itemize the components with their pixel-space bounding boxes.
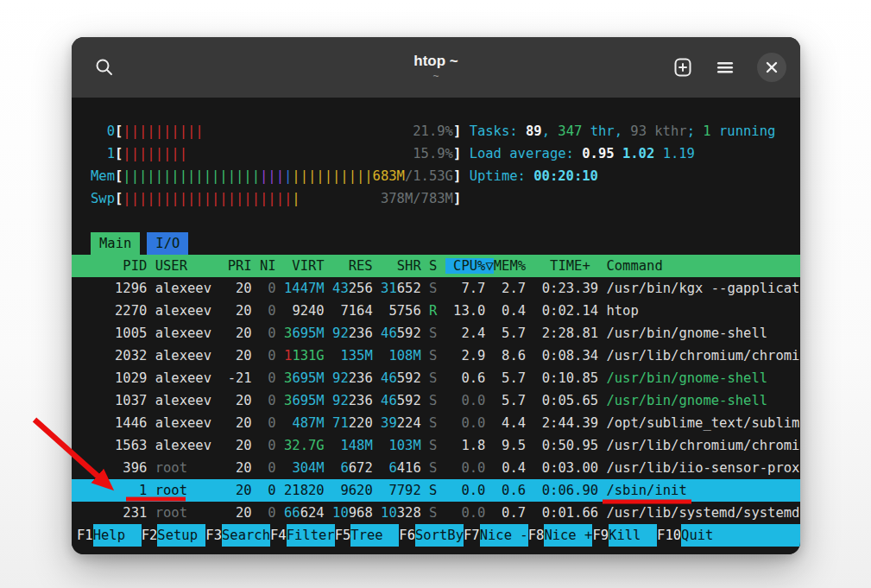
- fkey-f1-help[interactable]: F1Help: [77, 524, 142, 547]
- fkey-f3-search[interactable]: F3Search: [205, 524, 270, 547]
- fkey-f4-filter[interactable]: F4Filter: [270, 524, 335, 547]
- tab-io[interactable]: I/O: [147, 232, 188, 255]
- meter-0: 0[||||||||||21.9%] Tasks: 89, 347 thr, 9…: [91, 120, 800, 142]
- meter-mem: Mem[|||||||||||||||||||||||||||||||683M/…: [91, 165, 800, 187]
- column-cpu-sort[interactable]: CPU%▽: [445, 258, 494, 274]
- titlebar-buttons: [672, 53, 800, 82]
- terminal: 0[||||||||||21.9%] Tasks: 89, 347 thr, 9…: [72, 98, 800, 554]
- fkey-f10-quit[interactable]: F10Quit: [657, 524, 800, 547]
- close-button[interactable]: [757, 53, 786, 82]
- process-row-selected[interactable]: 1 root 20 0 21820 9620 7792 S 0.0 0.6 0:…: [72, 479, 800, 502]
- fkey-f7-nice[interactable]: F7Nice -: [464, 524, 528, 547]
- function-key-bar: F1Help F2Setup F3SearchF4FilterF5Tree F6…: [72, 524, 800, 547]
- meter-bars: ||||||||15.9%: [123, 142, 453, 165]
- menu-button[interactable]: [716, 58, 735, 77]
- screen-tabs: MainI/O: [91, 232, 800, 255]
- tab-main[interactable]: Main: [91, 232, 140, 255]
- fkey-f9-kill[interactable]: F9Kill: [592, 524, 657, 547]
- spacer-line: [91, 210, 800, 232]
- meter-swp: Swp[||||||||||||||||||||||378M/783M]: [91, 187, 800, 210]
- load-average: Load average: 0.95 1.02 1.19: [470, 146, 695, 161]
- process-row[interactable]: 1005 alexeev 20 0 3695M 92236 46592 S 2.…: [91, 322, 800, 345]
- process-row[interactable]: 1563 alexeev 20 0 32.7G 148M 103M S 1.8 …: [91, 434, 800, 457]
- meter-bars: |||||||||||||||||||||||||||||||683M/1.53…: [123, 165, 453, 187]
- tasks-summary: Tasks: 89, 347 thr, 93 kthr; 1 running: [470, 123, 776, 139]
- fkey-f5-tree[interactable]: F5Tree: [335, 524, 400, 547]
- window-title: htop ~: [413, 54, 458, 68]
- process-row[interactable]: 1037 alexeev 20 0 3695M 92236 46592 S 0.…: [91, 389, 800, 412]
- meter-bars: ||||||||||||||||||||||378M/783M: [123, 187, 453, 210]
- console-window: htop ~ ~: [72, 37, 800, 554]
- window-subtitle: ~: [432, 71, 439, 81]
- process-row[interactable]: 1296 alexeev 20 0 1447M 43256 31652 S 7.…: [91, 277, 800, 300]
- fkey-f8-nice[interactable]: F8Nice +: [528, 524, 593, 547]
- titlebar: htop ~ ~: [72, 37, 800, 98]
- process-row[interactable]: 231 root 20 0 66624 10968 10328 S 0.0 0.…: [91, 502, 800, 524]
- close-icon: [766, 61, 778, 73]
- new-tab-button[interactable]: [672, 57, 693, 78]
- process-row[interactable]: 2032 alexeev 20 0 1131G 135M 108M S 2.9 …: [91, 345, 800, 367]
- new-tab-icon: [672, 57, 693, 78]
- process-row[interactable]: 1446 alexeev 20 0 487M 71220 39224 S 0.0…: [91, 412, 800, 434]
- search-icon[interactable]: [94, 57, 115, 78]
- hamburger-icon: [716, 58, 735, 77]
- process-row[interactable]: 2270 alexeev 20 0 9240 7164 5756 R 13.0 …: [91, 300, 800, 322]
- uptime: Uptime: 00:20:10: [470, 168, 598, 184]
- process-row[interactable]: 1029 alexeev -21 0 3695M 92236 46592 S 0…: [91, 367, 800, 389]
- meter-bars: ||||||||||21.9%: [123, 120, 453, 142]
- meter-1: 1[||||||||15.9%] Load average: 0.95 1.02…: [91, 142, 800, 165]
- fkey-f6-sortby[interactable]: F6SortBy: [399, 524, 464, 547]
- process-table-header[interactable]: PID USER PRI NI VIRT RES SHR S CPU%▽MEM%…: [72, 255, 800, 277]
- process-row[interactable]: 396 root 20 0 304M 6672 6416 S 0.0 0.4 0…: [91, 457, 800, 479]
- fkey-f2-setup[interactable]: F2Setup: [142, 524, 206, 547]
